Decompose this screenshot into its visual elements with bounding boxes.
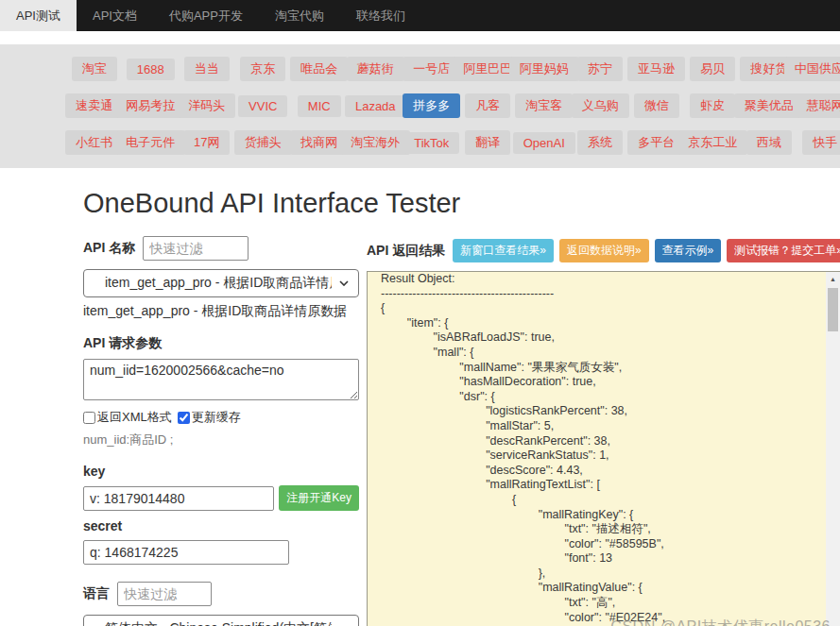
platform-button[interactable]: 拼多多: [403, 93, 460, 118]
top-navbar: API测试 API文档 代购APP开发 淘宝代购 联络我们: [0, 0, 840, 31]
update-cache-label: 更新缓存: [192, 409, 241, 426]
nav-tab[interactable]: 淘宝代购: [259, 0, 340, 31]
result-title: API 返回结果: [367, 243, 445, 260]
api-select-caption: item_get_app_pro - 根据ID取商品详情原数据: [83, 303, 359, 320]
platform-button[interactable]: 苏宁: [577, 57, 623, 81]
platform-panel: 淘宝 1688 当当 京东 唯品会 蘑菇街 一号店 阿里巴巴 阿里妈妈 苏宁 亚…: [0, 44, 840, 168]
platform-row-2: 速卖通 网易考拉 洋码头 VVIC MIC Lazada 拼多多 凡客 淘宝客 …: [66, 93, 840, 118]
platform-button[interactable]: 蘑菇街: [347, 57, 404, 81]
report-error-ticket-button[interactable]: 测试报错？提交工单»: [727, 239, 840, 262]
platform-button[interactable]: 17网: [183, 130, 230, 155]
key-label: key: [83, 464, 359, 479]
platform-button[interactable]: 货捕头: [234, 130, 292, 155]
result-panel: API 返回结果 新窗口查看结果» 返回数据说明» 查看示例» 测试报错？提交工…: [367, 236, 840, 626]
platform-button[interactable]: 微信: [634, 93, 679, 118]
open-result-new-window-button[interactable]: 新窗口查看结果»: [453, 239, 554, 262]
platform-row-3: 小红书 电子元件 17网 货捕头 找商网 淘宝海外 TikTok 翻译 Open…: [66, 130, 840, 155]
platform-button[interactable]: 虾皮: [690, 93, 735, 118]
api-select-value: item_get_app_pro - 根据ID取商品详情原数据: [95, 275, 332, 292]
page-title: OneBound API Interface Tester: [83, 188, 840, 219]
platform-button[interactable]: 亚马逊: [627, 57, 685, 81]
api-select[interactable]: item_get_app_pro - 根据ID取商品详情原数据: [83, 269, 359, 297]
platform-button[interactable]: 多平台: [627, 130, 685, 155]
platform-button[interactable]: 小红书: [65, 130, 123, 155]
api-name-filter-input[interactable]: [143, 236, 249, 261]
platform-button[interactable]: 当当: [184, 57, 230, 81]
lang-select[interactable]: 简体中文 - Chinese Simplified(中文[简体])#zh-CN: [83, 615, 359, 626]
update-cache-checkbox[interactable]: [178, 412, 190, 424]
platform-button[interactable]: 速卖通: [65, 93, 123, 118]
platform-button[interactable]: 阿里妈妈: [509, 57, 579, 81]
chevron-down-icon: [339, 280, 349, 286]
param-hint: num_iid:商品ID ;: [83, 431, 359, 448]
platform-button[interactable]: Lazada: [345, 95, 406, 117]
result-output-box: Result Object: -------------------------…: [367, 271, 840, 626]
platform-button[interactable]: 唯品会: [290, 57, 348, 81]
platform-button[interactable]: 洋码头: [178, 93, 235, 118]
params-label: API 请求参数: [83, 335, 359, 352]
platform-button[interactable]: 聚美优品: [734, 93, 804, 118]
platform-button[interactable]: VVIC: [238, 95, 287, 117]
platform-button[interactable]: 义乌购: [572, 93, 629, 118]
platform-button[interactable]: 翻译: [465, 130, 510, 155]
secret-label: secret: [83, 518, 359, 533]
platform-button[interactable]: 淘宝海外: [340, 130, 410, 155]
scrollbar-up-icon[interactable]: ▲: [826, 273, 840, 286]
nav-tab[interactable]: 代购APP开发: [153, 0, 259, 31]
platform-row-1: 淘宝 1688 当当 京东 唯品会 蘑菇街 一号店 阿里巴巴 阿里妈妈 苏宁 亚…: [66, 57, 840, 81]
platform-button[interactable]: 淘宝: [72, 57, 117, 81]
nav-tab[interactable]: API文档: [77, 0, 153, 31]
lang-filter-input[interactable]: [117, 582, 212, 606]
platform-button[interactable]: TikTok: [403, 132, 459, 154]
result-scrollbar[interactable]: ▲ ▼: [826, 272, 840, 626]
nav-tab[interactable]: 联络我们: [340, 0, 421, 31]
platform-button[interactable]: 易贝: [690, 57, 735, 81]
lang-select-value: 简体中文 - Chinese Simplified(中文[简体])#zh-CN: [95, 620, 332, 626]
data-docs-button[interactable]: 返回数据说明»: [559, 239, 649, 262]
platform-button[interactable]: 淘宝客: [515, 93, 573, 118]
xml-format-label: 返回XML格式: [97, 409, 172, 426]
scrollbar-thumb[interactable]: [828, 288, 838, 331]
main-content: API 名称 item_get_app_pro - 根据ID取商品详情原数据 i…: [83, 236, 840, 626]
lang-label: 语言: [83, 585, 110, 602]
platform-button[interactable]: 西域: [746, 130, 792, 155]
key-input[interactable]: [83, 486, 274, 511]
platform-button[interactable]: 凡客: [465, 93, 510, 118]
platform-button[interactable]: OpenAI: [513, 132, 575, 154]
xml-format-checkbox[interactable]: [83, 412, 95, 424]
platform-button[interactable]: 找商网: [290, 130, 348, 155]
platform-button[interactable]: 慧聪网: [797, 93, 840, 118]
platform-button[interactable]: 系统: [577, 130, 623, 155]
platform-button[interactable]: 网易考拉: [115, 93, 185, 118]
platform-button[interactable]: MIC: [298, 95, 341, 117]
nav-tab[interactable]: API测试: [0, 0, 77, 31]
platform-button[interactable]: 电子元件: [115, 130, 185, 155]
result-json-output: Result Object: -------------------------…: [368, 271, 840, 626]
platform-button[interactable]: 1688: [127, 59, 175, 80]
register-key-button[interactable]: 注册开通Key: [279, 485, 359, 511]
csdn-watermark: CSDN @API技术优惠relle0536: [610, 618, 831, 626]
params-textarea[interactable]: num_iid=1620002566&cache=no: [83, 359, 359, 400]
request-form: API 名称 item_get_app_pro - 根据ID取商品详情原数据 i…: [83, 236, 359, 626]
view-example-button[interactable]: 查看示例»: [655, 239, 722, 262]
platform-button[interactable]: 一号店: [403, 57, 460, 81]
platform-button[interactable]: 快手: [802, 130, 840, 155]
platform-button[interactable]: 中国供应商: [784, 57, 840, 81]
platform-button[interactable]: 京东工业: [677, 130, 747, 155]
secret-input[interactable]: [83, 540, 289, 565]
api-name-label: API 名称: [83, 240, 135, 257]
platform-button[interactable]: 京东: [240, 57, 285, 81]
